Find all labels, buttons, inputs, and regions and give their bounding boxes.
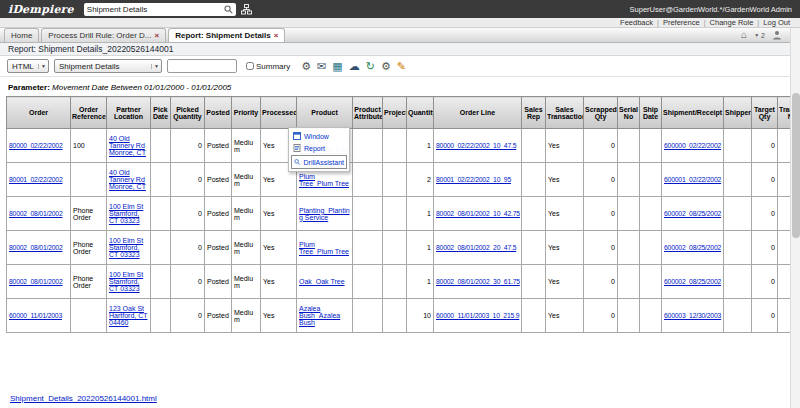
table-cell <box>151 163 171 197</box>
drill-link[interactable]: 80002_08/01/2002_20_47.5 <box>436 244 516 251</box>
global-search-input[interactable] <box>87 4 222 15</box>
drill-link[interactable]: Planting_Planting Service <box>299 207 350 221</box>
close-icon[interactable]: × <box>274 32 279 40</box>
report-file-link[interactable]: Shipment_Details_20220526144001.html <box>10 394 157 403</box>
tab-process-drill-rule[interactable]: Process Drill Rule: Order D... × <box>41 28 166 42</box>
drill-link[interactable]: 600001_02/22/2002 <box>664 176 721 183</box>
drill-link[interactable]: 100 Elm St Stamford, CT 03323 <box>109 271 143 292</box>
context-menu-item-report[interactable]: Report <box>291 142 347 154</box>
drill-link[interactable]: 80002_08/01/2002 <box>9 210 63 217</box>
table-cell <box>724 163 752 197</box>
drill-link[interactable]: 80001_02/22/2002_10_95 <box>436 176 511 183</box>
drill-link[interactable]: 100 Elm St Stamford, CT 03323 <box>109 203 143 224</box>
table-cell: 600003_12/30/2003 <box>662 299 724 333</box>
table-cell: 0 <box>752 129 778 163</box>
refresh-icon[interactable]: ↻ <box>366 61 375 72</box>
table-cell: 80001_02/22/2002_10_95 <box>434 163 522 197</box>
drill-link[interactable]: Azalea Bush_Azalea Bush <box>299 305 340 326</box>
drill-link[interactable]: 600002_08/25/2002 <box>664 278 721 285</box>
drill-link[interactable]: 600003_12/30/2003 <box>664 312 721 319</box>
table-cell <box>724 129 752 163</box>
summary-toggle[interactable]: Summary <box>246 62 290 71</box>
drill-link[interactable]: 600002_08/25/2002 <box>664 210 721 217</box>
drill-link[interactable]: 80002_08/01/2002_10_42.75 <box>436 210 520 217</box>
table-cell <box>383 129 407 163</box>
table-cell <box>724 299 752 333</box>
table-cell: 0 <box>752 197 778 231</box>
drill-link[interactable]: 123 Oak St Hartford, CT 04460 <box>109 305 148 326</box>
drill-link[interactable]: 80001_02/22/2002 <box>9 176 63 183</box>
drill-link[interactable]: Plum Tree_Plum Tree <box>299 241 349 255</box>
drill-link[interactable]: 40 Old Tannery Rd Monroe, CT <box>109 169 146 190</box>
table-cell: 80002_08/01/2002 <box>7 231 71 265</box>
tab-report-shipment-details[interactable]: Report: Shipment Details × <box>168 28 285 42</box>
table-cell: Medium <box>232 197 261 231</box>
find-input[interactable] <box>167 59 237 73</box>
report-table: OrderOrder ReferencePartner LocationPick… <box>6 96 790 333</box>
menu-tree-icon[interactable] <box>241 4 252 15</box>
link-feedback[interactable]: Feedback <box>620 18 653 27</box>
column-header: Order Reference <box>71 97 107 129</box>
table-cell <box>151 129 171 163</box>
drill-link[interactable]: 80000_02/22/2002_10_47.5 <box>436 142 516 149</box>
table-cell: 123 Oak St Hartford, CT 04460 <box>107 299 151 333</box>
export-icon[interactable]: ☁ <box>349 61 360 72</box>
format-select-value: HTML <box>12 62 34 71</box>
drill-link[interactable]: 600002_08/25/2002 <box>664 244 721 251</box>
mail-icon[interactable]: ✉ <box>317 61 326 72</box>
context-menu-label: DrillAssistant <box>304 159 344 166</box>
table-cell: Yes <box>546 197 584 231</box>
vertical-scrollbar[interactable] <box>790 28 800 408</box>
edit-icon[interactable]: ✎ <box>397 61 406 72</box>
drill-link[interactable]: 60000_11/01/2003_10_215.9 <box>436 312 519 319</box>
table-cell: 100 Elm St Stamford, CT 03323 <box>107 265 151 299</box>
context-menu-item-drillassistant[interactable]: DrillAssistant <box>291 155 347 169</box>
drill-link[interactable]: Oak_Oak Tree <box>299 278 345 285</box>
tab-home[interactable]: Home <box>4 28 39 42</box>
table-cell: 80002_08/01/2002_20_47.5 <box>434 231 522 265</box>
link-preference[interactable]: Preference <box>663 18 700 27</box>
table-cell: 600001_02/22/2002 <box>662 163 724 197</box>
scrollbar-thumb[interactable] <box>792 93 800 238</box>
window-list-dropdown[interactable]: ▼ 2 <box>754 32 765 39</box>
drill-link[interactable]: 60000_11/01/2003 <box>9 312 62 319</box>
report-view-select[interactable]: Shipment Details ▼ <box>54 59 162 73</box>
user-icon[interactable] <box>772 30 782 40</box>
table-cell <box>778 265 791 299</box>
table-cell: Phone Order <box>71 231 107 265</box>
summary-checkbox[interactable] <box>246 62 254 70</box>
table-cell <box>383 163 407 197</box>
print-report-icon[interactable]: ▦ <box>332 61 342 72</box>
format-select[interactable]: HTML ▼ <box>7 59 49 73</box>
drill-link[interactable]: Plum Tree_Plum Tree <box>299 173 349 187</box>
table-cell: Posted <box>205 197 232 231</box>
drill-link[interactable]: 80002_08/01/2002 <box>9 244 63 251</box>
table-cell <box>71 163 107 197</box>
close-icon[interactable]: × <box>154 32 159 40</box>
table-cell: 40 Old Tannery Rd Monroe, CT <box>107 163 151 197</box>
home-icon[interactable]: ⌂ <box>741 30 747 40</box>
search-icon[interactable] <box>224 5 233 14</box>
global-search[interactable] <box>84 3 236 16</box>
drill-link[interactable]: 80002_08/01/2002_30_61.75 <box>436 278 520 285</box>
app-logo[interactable]: iDempiere <box>8 3 74 16</box>
drill-link[interactable]: 100 Elm St Stamford, CT 03323 <box>109 237 143 258</box>
table-cell <box>640 197 662 231</box>
link-change-role[interactable]: Change Role <box>710 18 754 27</box>
context-menu-item-window[interactable]: Window <box>291 130 347 142</box>
drill-link[interactable]: 40 Old Tannery Rd Monroe, CT <box>109 135 146 156</box>
column-header: Target Qty <box>752 97 778 129</box>
drill-link[interactable]: 600000_02/22/2002 <box>664 142 721 149</box>
table-cell <box>353 299 383 333</box>
table-cell: 0 <box>584 299 618 333</box>
link-log-out[interactable]: Log Out <box>763 18 790 27</box>
column-header: Ship Date <box>640 97 662 129</box>
process-icon[interactable]: ⚙ <box>301 61 311 72</box>
table-cell: 0 <box>752 265 778 299</box>
drill-link[interactable]: 80000_02/22/2002 <box>9 142 63 149</box>
column-header: Scrapped Qty <box>584 97 618 129</box>
settings-icon[interactable]: ⚙ <box>381 61 391 72</box>
report-title-bar: Report: Shipment Details_20220526144001 <box>0 43 800 56</box>
drill-link[interactable]: 80002_08/01/2002 <box>9 278 63 285</box>
table-cell: Yes <box>546 129 584 163</box>
